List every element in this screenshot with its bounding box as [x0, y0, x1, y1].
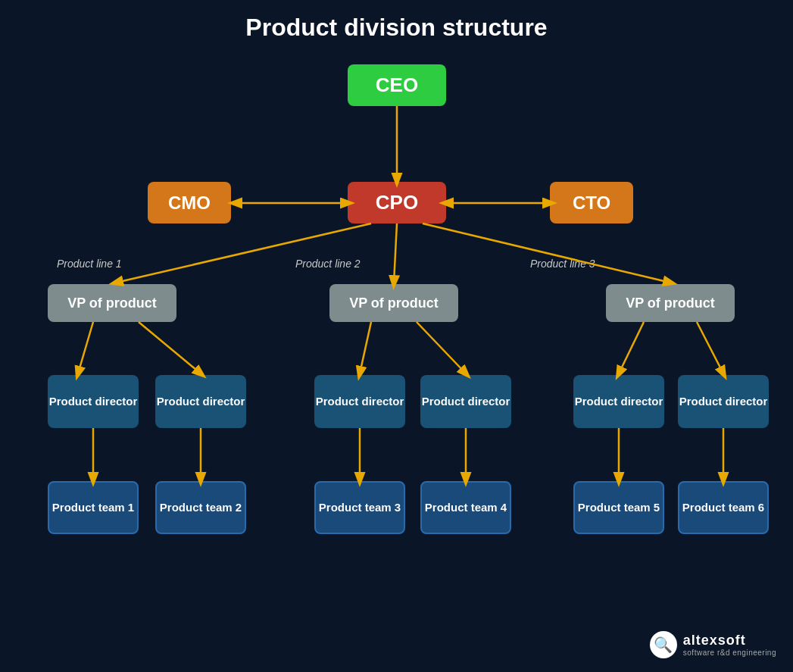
page-title: Product division structure: [245, 14, 547, 42]
logo-text: altexsoft software r&d engineering: [683, 633, 776, 657]
svg-line-13: [697, 322, 723, 374]
director3-node: Product director: [314, 375, 405, 428]
team3-node: Product team 3: [314, 481, 405, 534]
cpo-node: CPO: [348, 182, 446, 223]
team2-node: Product team 2: [155, 481, 246, 534]
vp3-node: VP of product: [606, 284, 735, 322]
svg-line-6: [394, 223, 397, 283]
team5-node: Product team 5: [573, 481, 664, 534]
svg-line-11: [417, 322, 466, 374]
chart-container: Product division structure CEO CMO CPO C…: [0, 0, 793, 672]
director1-node: Product director: [48, 375, 139, 428]
svg-line-8: [78, 322, 93, 374]
director5-node: Product director: [573, 375, 664, 428]
vp1-node: VP of product: [48, 284, 176, 322]
ceo-node: CEO: [348, 64, 446, 106]
team4-node: Product team 4: [420, 481, 511, 534]
team1-node: Product team 1: [48, 481, 139, 534]
svg-line-12: [619, 322, 644, 374]
director2-node: Product director: [155, 375, 246, 428]
vp2-node: VP of product: [329, 284, 458, 322]
svg-line-9: [139, 322, 201, 374]
director4-node: Product director: [420, 375, 511, 428]
product-line-3-label: Product line 3: [530, 258, 595, 270]
director6-node: Product director: [678, 375, 769, 428]
cto-node: CTO: [550, 182, 633, 223]
svg-line-5: [116, 223, 371, 283]
svg-line-7: [423, 223, 670, 283]
product-line-2-label: Product line 2: [295, 258, 361, 270]
altexsoft-logo: 🔍 altexsoft software r&d engineering: [650, 631, 776, 658]
logo-icon: 🔍: [650, 631, 677, 658]
svg-line-10: [360, 322, 371, 374]
team6-node: Product team 6: [678, 481, 769, 534]
cmo-node: CMO: [148, 182, 231, 223]
product-line-1-label: Product line 1: [57, 258, 122, 270]
